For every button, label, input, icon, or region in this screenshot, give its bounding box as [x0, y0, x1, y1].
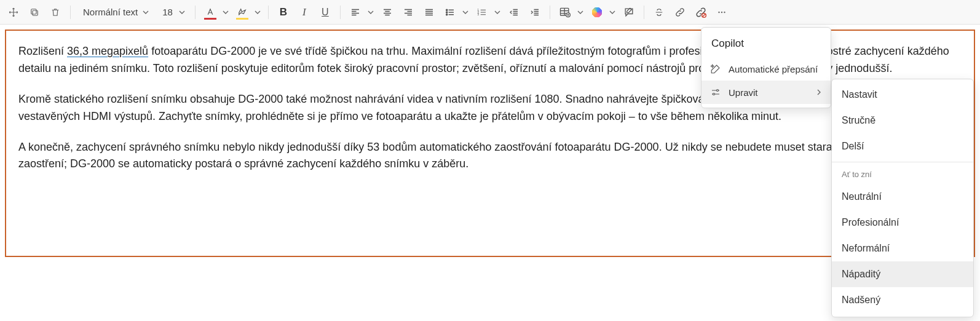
copilot-button[interactable]: [587, 2, 607, 22]
svg-rect-1: [31, 9, 36, 14]
more-options-button[interactable]: [712, 2, 732, 22]
tone-option-professional[interactable]: Profesionální: [832, 210, 973, 236]
tone-option-set[interactable]: Nastavit: [832, 82, 973, 108]
comment-button[interactable]: [619, 2, 639, 22]
sliders-icon: [710, 87, 721, 98]
chevron-down-icon: [143, 9, 149, 15]
align-center-button[interactable]: [377, 2, 397, 22]
separator: [268, 6, 269, 19]
chevron-right-icon: [816, 89, 822, 95]
highlight-button[interactable]: [232, 2, 252, 22]
tone-section-header: Ať to zní: [832, 165, 973, 184]
increase-indent-button[interactable]: [525, 2, 545, 22]
link-button[interactable]: [670, 2, 690, 22]
tone-option-creative[interactable]: Nápaditý: [832, 261, 973, 287]
copilot-auto-rewrite-item[interactable]: Automatické přepsání: [701, 57, 831, 81]
menu-divider: [832, 162, 973, 162]
svg-point-3: [446, 11, 448, 12]
tone-option-neutral[interactable]: Neutrální: [832, 184, 973, 210]
svg-point-12: [721, 11, 722, 12]
separator: [340, 6, 341, 19]
text-run: Rozlišení: [18, 45, 67, 57]
font-size-value: 18: [162, 7, 173, 17]
pen-sparkle-icon: [710, 63, 721, 74]
svg-point-15: [713, 93, 715, 95]
bullet-list-button[interactable]: [440, 2, 460, 22]
separator: [70, 6, 71, 19]
separator: [644, 6, 644, 19]
tone-option-short[interactable]: Stručně: [832, 108, 973, 133]
decrease-indent-button[interactable]: [504, 2, 524, 22]
svg-text:3: 3: [477, 13, 479, 16]
copy-icon[interactable]: [25, 2, 44, 22]
svg-point-11: [718, 11, 719, 12]
svg-point-14: [717, 90, 719, 92]
align-right-button[interactable]: [398, 2, 418, 22]
separator: [195, 6, 196, 19]
delete-icon[interactable]: [45, 2, 65, 22]
align-justify-button[interactable]: [419, 2, 439, 22]
menu-item-label: Automatické přepsání: [729, 64, 822, 74]
copilot-dropdown-title: Copilot: [701, 31, 831, 57]
menu-item-label: Upravit: [729, 87, 808, 98]
svg-point-2: [446, 9, 448, 10]
numbered-list-button[interactable]: 1 2 3: [472, 2, 492, 22]
align-left-button[interactable]: [346, 2, 365, 22]
bold-button[interactable]: B: [274, 2, 293, 22]
paragraph-style-picker[interactable]: Normální text: [76, 2, 154, 22]
formatting-toolbar: Normální text 18 B I U: [0, 0, 980, 25]
copilot-dropdown: Copilot Automatické přepsání Upravit: [701, 27, 831, 108]
copilot-chevron[interactable]: [607, 2, 618, 22]
font-color-button[interactable]: [200, 2, 220, 22]
highlight-chevron[interactable]: [252, 2, 263, 22]
chevron-down-icon: [179, 9, 185, 15]
italic-button[interactable]: I: [294, 2, 314, 22]
tone-option-longer[interactable]: Delší: [832, 133, 973, 159]
separator: [550, 6, 550, 19]
svg-point-13: [724, 11, 725, 12]
hyperlink-text[interactable]: 36,3 megapixelů: [67, 45, 148, 57]
bullet-list-chevron[interactable]: [460, 2, 471, 22]
underline-button[interactable]: U: [315, 2, 335, 22]
svg-point-4: [446, 14, 448, 15]
copilot-icon: [591, 6, 603, 18]
font-size-picker[interactable]: 18: [155, 2, 190, 22]
paragraph-style-label: Normální text: [83, 7, 138, 17]
insert-table-chevron[interactable]: [575, 2, 586, 22]
font-color-chevron[interactable]: [220, 2, 231, 22]
svg-rect-0: [33, 10, 38, 15]
copilot-modify-item[interactable]: Upravit: [701, 81, 831, 104]
numbered-list-chevron[interactable]: [492, 2, 503, 22]
tone-option-enthusiastic[interactable]: Nadšený: [832, 287, 973, 313]
tone-option-informal[interactable]: Neformální: [832, 236, 973, 261]
align-chevron[interactable]: [365, 2, 376, 22]
strikethrough-button[interactable]: [649, 2, 669, 22]
paragraph-3[interactable]: A konečně, zachycení správného snímku ne…: [18, 139, 962, 173]
move-icon[interactable]: [4, 2, 23, 22]
copilot-modify-submenu: Nastavit Stručně Delší Ať to zní Neutrál…: [831, 79, 974, 317]
insert-table-button[interactable]: [555, 2, 575, 22]
unlink-button[interactable]: [691, 2, 711, 22]
